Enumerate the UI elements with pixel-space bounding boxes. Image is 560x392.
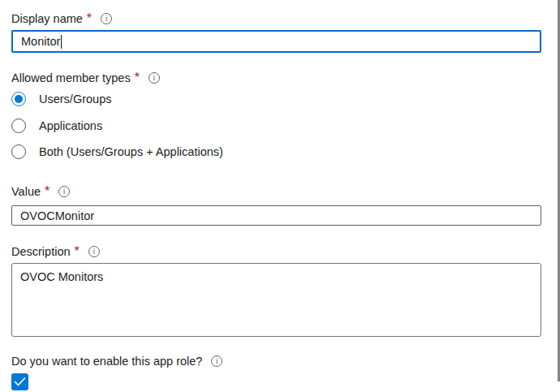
- info-icon[interactable]: i: [88, 246, 100, 257]
- display-name-value: Monitor: [21, 35, 60, 48]
- description-label: Description: [11, 245, 71, 258]
- info-icon[interactable]: i: [58, 186, 70, 197]
- description-label-row: Description * i: [11, 243, 100, 260]
- enable-app-role-checkbox[interactable]: [11, 373, 28, 390]
- value-label-row: Value * i: [11, 183, 70, 200]
- required-asterisk: *: [45, 184, 50, 199]
- radio-applications[interactable]: Applications: [11, 118, 102, 133]
- radio-users-groups[interactable]: Users/Groups: [11, 91, 111, 106]
- radio-label: Applications: [39, 119, 102, 132]
- enable-app-role-label-row: Do you want to enable this app role? i: [11, 353, 222, 369]
- enable-app-role-label: Do you want to enable this app role?: [11, 355, 202, 368]
- info-icon[interactable]: i: [149, 72, 160, 84]
- radio-unselected-icon: [11, 118, 26, 133]
- required-asterisk: *: [75, 244, 80, 259]
- value-value: OVOCMonitor: [20, 209, 94, 222]
- radio-label: Both (Users/Groups + Applications): [39, 145, 223, 158]
- info-icon[interactable]: i: [101, 13, 112, 24]
- required-asterisk: *: [135, 71, 140, 85]
- display-name-label-row: Display name * i: [11, 11, 112, 27]
- value-label: Value: [11, 185, 41, 198]
- radio-unselected-icon: [11, 144, 26, 159]
- display-name-label: Display name: [11, 12, 83, 25]
- radio-both[interactable]: Both (Users/Groups + Applications): [11, 144, 223, 159]
- info-icon[interactable]: i: [211, 355, 222, 367]
- description-textarea[interactable]: OVOC Monitors: [11, 263, 541, 337]
- allowed-member-types-label-row: Allowed member types * i: [11, 70, 160, 86]
- radio-label: Users/Groups: [39, 93, 111, 106]
- allowed-member-types-label: Allowed member types: [11, 71, 131, 84]
- value-input[interactable]: OVOCMonitor: [11, 205, 541, 226]
- text-caret: [61, 35, 62, 49]
- radio-selected-icon: [11, 92, 26, 106]
- checkmark-icon: [14, 377, 26, 387]
- display-name-input[interactable]: Monitor: [11, 30, 541, 53]
- description-value: OVOC Monitors: [20, 270, 103, 283]
- required-asterisk: *: [87, 11, 92, 26]
